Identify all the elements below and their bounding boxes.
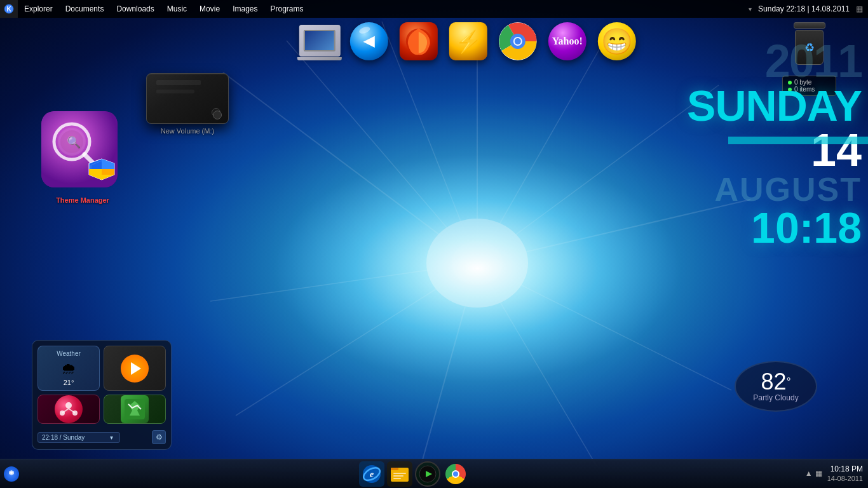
svg-text:K: K <box>6 6 11 13</box>
taskbar-icon-ie[interactable]: e <box>359 461 384 487</box>
weather-badge-unit: ° <box>786 376 790 388</box>
widget-panel: Weather 🌧 21° <box>32 340 172 450</box>
svg-rect-47 <box>393 473 406 474</box>
trash-container[interactable]: ♻ 0 byte 0 items <box>782 22 836 96</box>
taskbar-center: e <box>23 461 805 487</box>
dock-icon-emoji[interactable]: 😁 <box>595 22 639 60</box>
taskbar-volume-icon: ▦ <box>815 469 822 478</box>
trash-size: 0 byte <box>794 79 811 86</box>
maps-widget[interactable] <box>104 395 166 424</box>
theme-manager-label: Theme Manager <box>56 196 109 204</box>
maps-icon <box>121 395 149 423</box>
widget-footer: 22:18 / Sunday ▾ ⚙ <box>37 428 166 444</box>
menubar: K Explorer Documents Downloads Music Mov… <box>0 0 868 18</box>
weather-widget[interactable]: Weather 🌧 21° <box>37 346 100 391</box>
dock-icon-firefox[interactable] <box>397 22 441 60</box>
menu-item-movie[interactable]: Movie <box>193 0 226 18</box>
taskbar-datetime: 10:18 PM 14-08-2011 <box>827 464 863 484</box>
svg-text:🔍: 🔍 <box>67 135 81 149</box>
play-triangle-icon <box>131 362 141 375</box>
widget-settings-button[interactable]: ⚙ <box>152 430 166 444</box>
start-btn-icon <box>4 466 19 482</box>
hdd-icon <box>146 73 229 124</box>
light-rays <box>191 22 763 466</box>
menubar-right: ▾ Sunday 22:18 | 14.08.2011 ▦ <box>749 4 868 13</box>
menu-item-explorer[interactable]: Explorer <box>18 0 59 18</box>
trash-icon: ♻ <box>787 22 832 73</box>
dock-icon-bolt[interactable]: ⚡ <box>446 22 491 60</box>
svg-marker-33 <box>102 169 114 175</box>
menu-item-programs[interactable]: Programs <box>264 0 309 18</box>
svg-point-41 <box>10 471 13 474</box>
svg-point-22 <box>515 38 521 44</box>
weather-widget-temp: 21° <box>64 379 74 386</box>
menu-item-images[interactable]: Images <box>226 0 264 18</box>
weather-badge: 82° Partly Cloudy <box>735 361 817 412</box>
taskbar: e <box>0 459 868 488</box>
weather-widget-title: Weather <box>57 350 81 357</box>
taskbar-right: ▲ ▦ 10:18 PM 14-08-2011 <box>805 464 868 484</box>
svg-text:e: e <box>370 470 374 479</box>
trash-items-dot <box>788 88 792 92</box>
svg-point-35 <box>65 402 72 409</box>
widget-time-select[interactable]: 22:18 / Sunday <box>37 432 120 443</box>
svg-rect-46 <box>391 468 398 470</box>
widget-footer-inner: 22:18 / Sunday ▾ <box>37 432 113 443</box>
taskbar-icon-chrome[interactable] <box>443 461 468 487</box>
desktop: K Explorer Documents Downloads Music Mov… <box>0 0 868 488</box>
widget-dropdown-arrow: ▾ <box>110 434 113 441</box>
weather-badge-temp-wrap: 82° <box>761 370 790 393</box>
theme-manager-icon[interactable]: 🔍 Theme Manager <box>41 111 124 204</box>
menu-item-downloads[interactable]: Downloads <box>110 0 160 18</box>
weather-widget-icon: 🌧 <box>61 360 76 377</box>
dock-icon-blue-orb[interactable]: ◀ <box>347 22 391 60</box>
trash-body: ♻ <box>795 30 824 65</box>
weather-badge-desc: Partly Cloudy <box>753 393 798 402</box>
dock-icons-top: ◀ ⚡ <box>297 22 639 60</box>
menu-item-music[interactable]: Music <box>161 0 193 18</box>
dock-icon-yahoo[interactable]: Yahoo! <box>545 22 590 60</box>
taskbar-network-icon: ▲ <box>805 469 813 478</box>
weather-badge-temp: 82 <box>761 369 786 395</box>
svg-rect-49 <box>393 478 401 479</box>
media-play-button[interactable] <box>121 355 149 383</box>
chrome-taskbar-inner <box>452 470 459 478</box>
media-widget[interactable] <box>104 346 166 391</box>
dock-icon-chrome[interactable] <box>496 22 540 60</box>
menubar-datetime: Sunday 22:18 | 14.08.2011 <box>758 4 850 13</box>
taskbar-icon-media[interactable] <box>415 461 440 487</box>
taskbar-sys-icons: ▲ ▦ <box>805 469 822 478</box>
chrome-taskbar-icon <box>445 464 466 484</box>
trash-items: 0 items <box>794 86 815 93</box>
trash-size-dot <box>788 81 792 85</box>
hdd-container[interactable]: New Volume (M:) <box>146 73 229 135</box>
taskbar-date: 14-08-2011 <box>827 474 863 483</box>
dock-icon-laptop[interactable] <box>297 25 342 60</box>
menubar-expand-icon[interactable]: ▾ <box>749 6 752 13</box>
svg-rect-48 <box>393 475 403 477</box>
social-icon <box>55 395 83 423</box>
widget-grid: Weather 🌧 21° <box>37 346 166 424</box>
taskbar-start-button[interactable] <box>0 459 23 489</box>
social-widget[interactable] <box>37 395 100 424</box>
recycle-symbol: ♻ <box>804 41 815 55</box>
theme-manager-bg: 🔍 <box>41 111 118 187</box>
menubar-grid-icon[interactable]: ▦ <box>856 4 863 13</box>
menu-item-documents[interactable]: Documents <box>59 0 111 18</box>
menubar-left: K Explorer Documents Downloads Music Mov… <box>0 0 310 18</box>
taskbar-time: 10:18 PM <box>827 464 863 475</box>
svg-point-14 <box>452 241 503 285</box>
theme-manager-icon-wrap: 🔍 <box>41 111 124 194</box>
trash-info: 0 byte 0 items <box>782 76 836 96</box>
menu-logo[interactable]: K <box>0 0 18 18</box>
hdd-label: New Volume (M:) <box>161 127 214 135</box>
trash-lid <box>794 22 825 29</box>
taskbar-icon-file-manager[interactable] <box>387 461 412 487</box>
